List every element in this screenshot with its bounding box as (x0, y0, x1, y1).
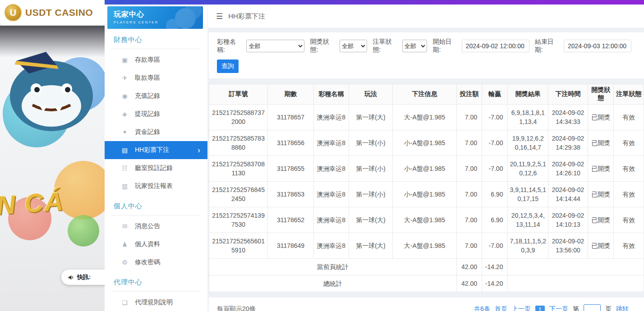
summary-bet-total: 42.00 (456, 259, 482, 275)
sidebar-item-password[interactable]: ⚙修改密碼 (105, 253, 207, 271)
cell-draw_status: 已開獎 (588, 130, 613, 156)
cell-period: 31178657 (268, 105, 314, 130)
summary-empty (508, 275, 644, 292)
cell-time: 2024-09-02 14:34:33 (548, 105, 588, 130)
cell-time: 2024-09-02 14:26:10 (548, 156, 588, 182)
menu-toggle-icon[interactable]: ☰ (216, 12, 223, 21)
cell-bet_info: 大-A盤@1.985 (393, 233, 456, 259)
profile-icon: ♟ (121, 241, 129, 248)
sidebar-section-title: 財務中心 (111, 29, 201, 49)
player-center-header[interactable]: 玩家中心 PLAYERS CENTER (107, 6, 203, 29)
cell-bet_info: 大-A盤@1.985 (393, 105, 456, 130)
cell-order_no: 2152172525656015910 (209, 233, 268, 259)
cell-amount: 7.00 (456, 105, 482, 130)
sidebar-item-announcement[interactable]: ✉消息公告 (105, 217, 207, 235)
table-row: 215217252576845245031178653澳洲幸运8第一球(小)小-… (209, 182, 644, 207)
column-header: 期數 (268, 84, 314, 105)
cell-time: 2024-09-02 14:14:44 (548, 182, 588, 207)
sidebar-item-label: 資金記錄 (135, 128, 160, 136)
page-jump-input[interactable] (584, 304, 601, 311)
withdraw-icon: ✈ (121, 74, 129, 82)
sidebar-item-funds-record[interactable]: ✦資金記錄 (105, 123, 207, 141)
column-header: 彩種名稱 (313, 84, 349, 105)
next-page-link[interactable]: 下一页 (549, 305, 568, 311)
sidebar-item-cashout-record[interactable]: ◈提現記錄 (105, 105, 207, 123)
player-center-title: 玩家中心 (114, 10, 203, 19)
cell-amount: 7.00 (456, 182, 482, 207)
column-header: 開獎狀態 (588, 84, 613, 105)
cell-bet_info: 小-A盤@1.985 (393, 156, 456, 182)
start-date-input[interactable] (462, 40, 529, 52)
cell-time: 2024-09-02 14:10:13 (548, 207, 588, 233)
cell-time: 2024-09-02 13:56:00 (548, 233, 588, 259)
prev-page-link[interactable]: 上一页 (512, 305, 531, 311)
sidebar-item-label: 廳室投註記錄 (135, 164, 173, 172)
column-header: 訂單號 (209, 84, 268, 105)
cell-draw_status: 已開獎 (588, 233, 613, 259)
cashout-record-icon: ◈ (121, 110, 129, 118)
sidebar-item-lottery-bets[interactable]: ▤HH彩票下注› (105, 141, 207, 159)
sidebar-item-recharge-record[interactable]: ◉充值記錄 (105, 87, 207, 105)
sidebar-item-withdraw[interactable]: ✈取款專區 (105, 69, 207, 87)
table-header-row: 訂單號期數彩種名稱玩法下注信息投注額輸贏開獎結果下注時間開獎狀態注單狀態 (209, 84, 644, 105)
summary-label: 總統計 (209, 275, 457, 292)
cell-winloss: -7.00 (482, 130, 507, 156)
cell-period: 31178655 (268, 156, 314, 182)
column-header: 開獎結果 (508, 84, 548, 105)
brand-logo[interactable]: U USDT CASINO (0, 0, 105, 26)
sidebar-section-title: 個人中心 (111, 195, 201, 215)
recharge-record-icon: ◉ (121, 92, 129, 100)
cell-result: 6,9,18,1,8,11,13,4 (508, 105, 548, 130)
bets-table-card: 訂單號期數彩種名稱玩法下注信息投注額輸贏開獎結果下注時間開獎狀態注單狀態 215… (209, 84, 644, 292)
bets-table: 訂單號期數彩種名稱玩法下注信息投注額輸贏開獎結果下注時間開獎狀態注單狀態 215… (209, 84, 644, 292)
sidebar-item-profile[interactable]: ♟個人資料 (105, 235, 207, 253)
deposit-icon: ▣ (121, 56, 129, 64)
cell-result: 19,9,12,6,20,16,14,7 (508, 130, 548, 156)
current-page-badge[interactable]: 1 (535, 306, 545, 311)
end-date-input[interactable] (564, 40, 631, 52)
cell-period: 31178649 (268, 233, 314, 259)
cell-winloss: 6.90 (482, 207, 507, 233)
jump-button[interactable]: 跳转 (616, 305, 629, 311)
cell-bet_info: 小-A盤@1.985 (393, 130, 456, 156)
draw-status-label: 開獎狀態: (310, 38, 336, 54)
content: 彩種名稱: 全部 開獎狀態: 全部 注單狀態: 全 (207, 28, 644, 311)
cell-order_status: 有效 (614, 105, 644, 130)
cell-bet_info: 小-A盤@1.985 (393, 182, 456, 207)
table-row: 215217252574139753031178652澳洲幸运8第一球(大)大-… (209, 207, 644, 233)
cell-period: 31178653 (268, 182, 314, 207)
end-date-label: 結束日期: (535, 38, 561, 54)
cell-winloss: 6.90 (482, 182, 507, 207)
sidebar-item-deposit[interactable]: ▣存款專區 (105, 51, 207, 69)
cell-order_no: 2152172525768452450 (209, 182, 268, 207)
sidebar-item-label: 取款專區 (135, 74, 160, 82)
speaker-icon (68, 274, 74, 281)
order-status-label: 注單狀態: (373, 38, 399, 54)
cell-lottery: 澳洲幸运8 (313, 156, 349, 182)
draw-status-select[interactable]: 全部 (340, 40, 368, 52)
summary-row: 總統計42.00-14.20 (209, 275, 644, 292)
sidebar-item-agent-rules[interactable]: ❏代理規則說明 (105, 293, 207, 311)
sidebar-item-label: 代理規則說明 (135, 298, 173, 306)
first-page-link[interactable]: 首页 (495, 305, 507, 311)
search-button[interactable]: 查詢 (217, 59, 239, 73)
table-row: 215217252585783886031178656澳洲幸运8第一球(小)小-… (209, 130, 644, 156)
table-row: 215217252583708113031178655澳洲幸运8第一球(小)小-… (209, 156, 644, 182)
cell-draw_status: 已開獎 (588, 105, 613, 130)
order-status-select[interactable]: 全部 (402, 40, 428, 52)
column-header: 下注信息 (393, 84, 456, 105)
cell-play: 第一球(大) (349, 207, 393, 233)
agent-rules-icon: ❏ (121, 299, 129, 306)
sidebar-item-label: 消息公告 (135, 222, 160, 230)
cell-time: 2024-09-02 14:29:38 (548, 130, 588, 156)
summary-winloss-total: -14.20 (482, 259, 507, 275)
sidebar-item-player-report[interactable]: ▥玩家投注報表 (105, 177, 207, 195)
lottery-name-select[interactable]: 全部 (246, 40, 304, 52)
pager-controls: 共6条 首页 上一页 1 下一页 第 页 跳转 (474, 304, 629, 311)
cell-result: 3,9,11,14,5,10,17,15 (508, 182, 548, 207)
ticker-label: 快訊: (77, 273, 91, 281)
cell-play: 第一球(大) (349, 233, 393, 259)
main-area: ☰ HH彩票下注 彩種名稱: 全部 開獎狀態: 全部 (207, 0, 644, 311)
sidebar-item-hall-bet-record[interactable]: ☷廳室投註記錄 (105, 159, 207, 177)
artwork-title-text: N CÁ (0, 186, 65, 220)
